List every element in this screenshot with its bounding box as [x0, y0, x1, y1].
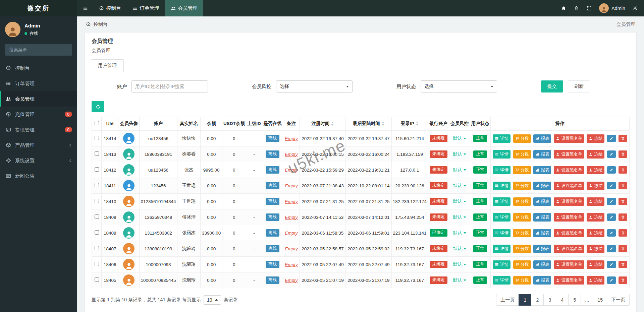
freeze-button[interactable]: 冻结 — [587, 260, 604, 269]
detail-button[interactable]: 详情 — [493, 182, 511, 190]
blacklist-button[interactable]: 设置黑名单 — [554, 150, 584, 159]
risk-control-dropdown[interactable]: 默认 — [453, 151, 466, 157]
edit-button[interactable] — [607, 198, 616, 205]
report-button[interactable]: 报表 — [533, 134, 551, 143]
delete-button[interactable] — [619, 198, 627, 205]
settings-button[interactable] — [629, 0, 641, 16]
sidebar-item-orders[interactable]: 订单管理 — [0, 76, 77, 91]
row-checkbox[interactable] — [95, 230, 99, 235]
detail-button[interactable]: 详情 — [493, 213, 511, 222]
blacklist-button[interactable]: 设置黑名单 — [554, 134, 584, 143]
column-header[interactable]: 注册时间 — [300, 117, 346, 131]
edit-button[interactable] — [607, 182, 616, 189]
score-button[interactable]: 分数 — [513, 134, 531, 143]
row-checkbox[interactable] — [95, 167, 99, 172]
delete-button[interactable] — [619, 245, 627, 252]
remark-link[interactable]: Empty — [285, 262, 298, 267]
blacklist-button[interactable]: 设置黑名单 — [554, 276, 584, 285]
column-header[interactable]: 登录IP — [391, 117, 428, 131]
freeze-button[interactable]: 冻结 — [587, 245, 604, 253]
sidebar-item-withdraw[interactable]: 提现管理0 — [0, 122, 77, 137]
sidebar-item-recharge[interactable]: 充值管理0 — [0, 107, 77, 122]
edit-button[interactable] — [607, 150, 616, 158]
sidebar-toggle-button[interactable] — [77, 0, 93, 16]
page-button-ellipsis[interactable]: ... — [581, 294, 593, 306]
detail-button[interactable]: 详情 — [493, 229, 511, 237]
refresh-button[interactable]: 刷新 — [568, 80, 590, 92]
page-button-3[interactable]: 3 — [543, 294, 556, 306]
tab-user-management[interactable]: 用户管理 — [91, 59, 124, 72]
row-checkbox[interactable] — [95, 262, 99, 266]
row-checkbox[interactable] — [95, 151, 99, 156]
row-checkbox[interactable] — [95, 214, 99, 219]
risk-control-dropdown[interactable]: 默认 — [453, 167, 466, 173]
edit-button[interactable] — [607, 166, 616, 174]
report-button[interactable]: 报表 — [533, 213, 551, 222]
account-search-input[interactable] — [131, 80, 208, 92]
sort-icon[interactable] — [382, 122, 384, 126]
delete-button[interactable] — [619, 135, 627, 142]
topnav-item-orders[interactable]: 订单管理 — [127, 0, 165, 16]
freeze-button[interactable]: 冻结 — [587, 182, 604, 190]
freeze-button[interactable]: 冻结 — [587, 229, 604, 237]
report-button[interactable]: 报表 — [533, 229, 551, 237]
page-button-15[interactable]: 15 — [593, 294, 607, 306]
select-all-checkbox[interactable] — [95, 121, 99, 125]
detail-button[interactable]: 详情 — [493, 260, 511, 269]
delete-button[interactable] — [619, 229, 627, 237]
risk-control-dropdown[interactable]: 默认 — [453, 135, 466, 141]
remark-link[interactable]: Empty — [285, 199, 298, 204]
score-button[interactable]: 分数 — [513, 150, 531, 159]
delete-button[interactable] — [619, 276, 627, 284]
sidebar-item-settings[interactable]: 系统设置 — [0, 153, 77, 168]
sidebar-item-products[interactable]: 产品管理 — [0, 137, 77, 153]
detail-button[interactable]: 详情 — [493, 134, 511, 143]
blacklist-button[interactable]: 设置黑名单 — [554, 182, 584, 190]
score-button[interactable]: 分数 — [513, 245, 531, 253]
sidebar-item-dashboard[interactable]: 控制台 — [0, 60, 77, 76]
page-button-2[interactable]: 2 — [531, 294, 544, 306]
freeze-button[interactable]: 冻结 — [587, 213, 604, 222]
remark-link[interactable]: Empty — [285, 278, 298, 283]
edit-button[interactable] — [607, 213, 616, 221]
edit-button[interactable] — [607, 245, 616, 252]
topnav-item-members[interactable]: 会员管理 — [165, 0, 203, 16]
freeze-button[interactable]: 冻结 — [587, 150, 604, 159]
delete-button[interactable] — [619, 166, 627, 174]
row-checkbox[interactable] — [95, 136, 99, 140]
risk-select[interactable]: 选择 — [276, 80, 353, 92]
risk-control-dropdown[interactable]: 默认 — [453, 183, 466, 189]
page-size-select[interactable]: 10 — [204, 295, 221, 305]
risk-control-dropdown[interactable]: 默认 — [453, 277, 466, 283]
freeze-button[interactable]: 冻结 — [587, 197, 604, 206]
fullscreen-button[interactable] — [583, 0, 596, 16]
detail-button[interactable]: 详情 — [493, 166, 511, 174]
report-button[interactable]: 报表 — [533, 245, 551, 253]
brand-logo[interactable]: 微交所 — [0, 0, 77, 16]
delete-button[interactable] — [619, 261, 627, 268]
blacklist-button[interactable]: 设置黑名单 — [554, 197, 584, 206]
page-button-4[interactable]: 4 — [556, 294, 569, 306]
report-button[interactable]: 报表 — [533, 197, 551, 206]
report-button[interactable]: 报表 — [533, 150, 551, 159]
remark-link[interactable]: Empty — [285, 231, 298, 236]
row-checkbox[interactable] — [95, 199, 99, 203]
detail-button[interactable]: 详情 — [493, 197, 511, 206]
sort-icon[interactable] — [331, 122, 334, 126]
blacklist-button[interactable]: 设置黑名单 — [554, 260, 584, 269]
freeze-button[interactable]: 冻结 — [587, 276, 604, 285]
score-button[interactable]: 分数 — [513, 213, 531, 222]
edit-button[interactable] — [607, 135, 616, 142]
clear-cache-button[interactable] — [570, 0, 583, 16]
remark-link[interactable]: Empty — [285, 183, 298, 188]
risk-control-dropdown[interactable]: 默认 — [453, 246, 466, 252]
score-button[interactable]: 分数 — [513, 260, 531, 269]
menu-search-input[interactable] — [5, 44, 72, 56]
detail-button[interactable]: 详情 — [493, 150, 511, 159]
row-checkbox[interactable] — [95, 277, 99, 282]
sidebar-item-news[interactable]: 新闻公告 — [0, 168, 77, 184]
edit-button[interactable] — [607, 261, 616, 268]
score-button[interactable]: 分数 — [513, 166, 531, 174]
risk-control-dropdown[interactable]: 默认 — [453, 198, 466, 204]
detail-button[interactable]: 详情 — [493, 245, 511, 253]
